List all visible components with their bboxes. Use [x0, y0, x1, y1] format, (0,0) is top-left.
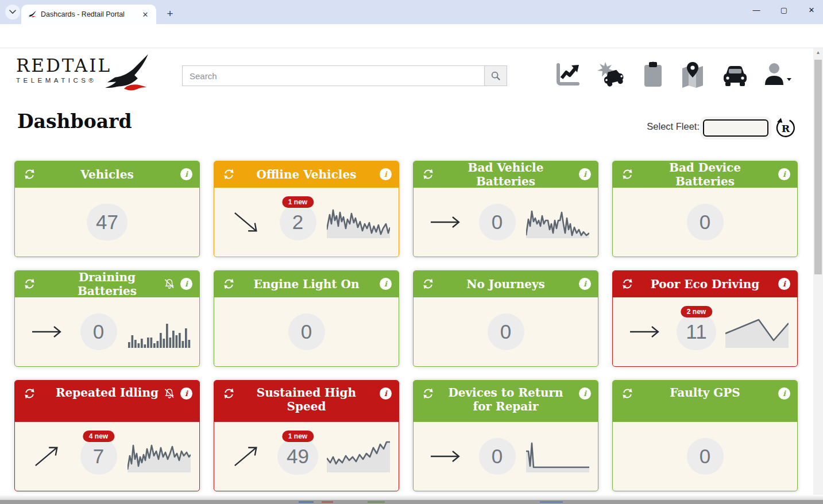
background-speck	[299, 501, 314, 503]
new-count-badge: 4 new	[83, 431, 114, 442]
card-refresh-button[interactable]	[24, 387, 36, 400]
card-refresh-button[interactable]	[24, 168, 36, 180]
card-value: 0	[80, 313, 117, 350]
dashcard-bad-device-batteries[interactable]: Bad Device Batteriesi0	[612, 161, 798, 257]
info-icon[interactable]: i	[380, 387, 392, 400]
card-refresh-icon	[422, 168, 434, 180]
header-nav-icons	[551, 61, 804, 91]
new-tab-button[interactable]: +	[163, 6, 177, 21]
card-header: Engine Light Oni	[214, 271, 399, 297]
card-header: Bad Vehicle Batteriesi	[414, 161, 598, 188]
card-header: Devices to Return for Repairi	[414, 381, 598, 422]
card-title: Devices to Return for Repair	[447, 386, 565, 413]
tab-close-icon[interactable]: ✕	[140, 9, 150, 20]
window-bottom-edge	[0, 495, 823, 500]
dashcard-offline-vehicles[interactable]: Offline Vehiclesi 1 new2	[214, 161, 399, 257]
trend-flat-arrow-icon	[428, 206, 462, 238]
tasks-clipboard-icon[interactable]	[642, 61, 664, 91]
browser-toolbar: ← → redtailportal.com/Dashboard/Index ☆	[0, 24, 823, 48]
info-icon[interactable]: i	[579, 278, 591, 290]
dashcard-faulty-gps[interactable]: Faulty GPSi0	[612, 380, 798, 491]
info-icon[interactable]: i	[180, 168, 192, 180]
fleet-refresh-button[interactable]: R	[775, 118, 796, 139]
browser-window: Dashcards - Redtail Portal ✕ + — ▢ ✕ ← →	[0, 0, 823, 504]
dashcard-bad-vehicle-batteries[interactable]: Bad Vehicle Batteriesi 0	[413, 161, 598, 257]
card-value: 11	[677, 313, 716, 350]
dashcards-grid: Vehiclesi47 Offline Vehiclesi 1 new2 Bad…	[14, 161, 798, 491]
window-maximize-button[interactable]: ▢	[778, 3, 790, 16]
card-refresh-button[interactable]	[422, 278, 434, 290]
card-value: 47	[87, 204, 127, 241]
browser-tab[interactable]: Dashcards - Redtail Portal ✕	[21, 5, 156, 24]
card-refresh-button[interactable]	[223, 387, 235, 400]
dashcard-vehicles[interactable]: Vehiclesi47	[14, 161, 200, 257]
scrollbar-thumb[interactable]	[814, 60, 822, 274]
info-icon[interactable]: i	[579, 168, 591, 180]
dashcard-repeated-idling[interactable]: Repeated Idling i 4 new7	[14, 380, 200, 491]
select-fleet-input[interactable]	[703, 119, 768, 137]
card-refresh-icon	[223, 168, 235, 180]
card-refresh-button[interactable]	[223, 278, 235, 290]
info-icon[interactable]: i	[778, 387, 790, 400]
info-icon[interactable]: i	[380, 168, 392, 180]
card-body: 0	[613, 422, 797, 491]
scrollbar-up-arrow[interactable]: ▲	[813, 50, 823, 55]
dashcard-engine-light-on[interactable]: Engine Light Oni0	[214, 270, 399, 367]
reports-chart-icon[interactable]	[554, 61, 582, 91]
card-body: 0	[414, 188, 598, 257]
select-fleet-label: Select Fleet:	[647, 121, 700, 132]
card-title: No Journeys	[466, 277, 545, 291]
new-count-badge: 1 new	[282, 431, 314, 442]
card-refresh-icon	[24, 278, 36, 290]
info-icon[interactable]: i	[579, 387, 591, 400]
dashcard-no-journeys[interactable]: No Journeysi0	[413, 270, 598, 367]
map-icon[interactable]	[679, 61, 706, 91]
card-refresh-button[interactable]	[621, 168, 633, 180]
sparkline-chart	[327, 207, 390, 238]
redtail-logo[interactable]: REDTAIL TELEMATICS®	[16, 55, 148, 93]
card-refresh-button[interactable]	[621, 387, 633, 400]
window-minimize-button[interactable]: —	[751, 3, 762, 16]
fleet-refresh-icon: R	[775, 118, 796, 139]
bell-slash-icon[interactable]	[163, 278, 176, 290]
window-close-button[interactable]: ✕	[806, 3, 817, 16]
card-refresh-button[interactable]	[24, 278, 36, 290]
trend-flat-arrow-icon	[428, 440, 462, 472]
vertical-scrollbar[interactable]: ▲	[813, 48, 823, 498]
page-content: REDTAIL TELEMATICS®	[0, 48, 813, 498]
search-button[interactable]	[485, 65, 507, 86]
sparkline-chart	[526, 207, 589, 238]
search-input[interactable]	[182, 65, 485, 86]
card-refresh-button[interactable]	[422, 387, 434, 400]
redtail-favicon	[27, 10, 36, 18]
card-refresh-button[interactable]	[422, 168, 434, 180]
account-user-icon[interactable]	[763, 61, 793, 91]
card-refresh-button[interactable]	[621, 278, 633, 290]
tab-search-button[interactable]	[5, 5, 20, 20]
card-refresh-icon	[24, 168, 36, 180]
card-header: Faulty GPSi	[613, 381, 797, 422]
trend-flat-arrow-icon	[628, 316, 661, 348]
dashcard-poor-eco-driving[interactable]: Poor Eco Drivingi 2 new11	[612, 270, 798, 367]
background-speck	[540, 501, 563, 503]
dashcard-draining-batteries[interactable]: Draining Batteries i 0	[14, 270, 200, 367]
card-refresh-button[interactable]	[223, 168, 235, 180]
bell-slash-icon[interactable]	[163, 388, 176, 400]
card-body: 4 new7	[15, 422, 199, 491]
card-title: Draining Batteries	[48, 270, 166, 298]
card-body: 1 new2	[214, 188, 399, 257]
dashcard-devices-to-return-for-repair[interactable]: Devices to Return for Repairi 0	[413, 380, 598, 491]
card-refresh-icon	[223, 278, 235, 290]
sparkline-chart	[526, 441, 589, 472]
card-header: Vehiclesi	[15, 161, 199, 188]
info-icon[interactable]: i	[778, 168, 790, 180]
dashcard-sustained-high-speed[interactable]: Sustained High Speedi 1 new49	[214, 380, 399, 491]
card-title: Bad Vehicle Batteries	[447, 161, 565, 188]
vehicles-car-icon[interactable]	[721, 61, 749, 91]
tab-title: Dashcards - Redtail Portal	[41, 10, 136, 18]
info-icon[interactable]: i	[380, 278, 392, 290]
info-icon[interactable]: i	[180, 387, 192, 400]
info-icon[interactable]: i	[180, 278, 192, 290]
info-icon[interactable]: i	[778, 278, 790, 290]
crash-events-icon[interactable]	[596, 61, 627, 91]
